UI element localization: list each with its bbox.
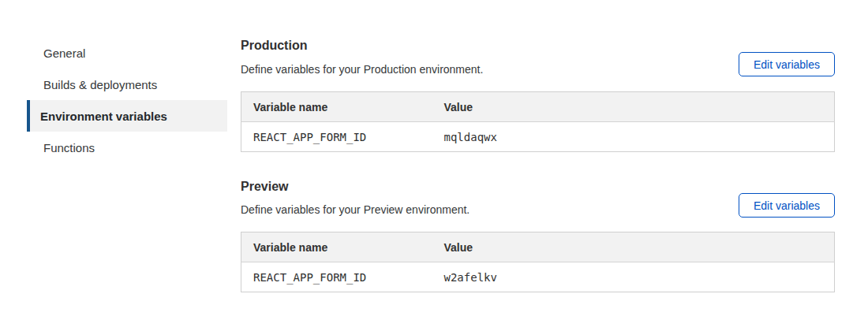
table-header-row: Variable name Value: [241, 92, 835, 122]
column-header-value: Value: [432, 92, 835, 122]
preview-variables-table: Variable name Value REACT_APP_FORM_ID w2…: [241, 232, 835, 292]
variable-name-cell: REACT_APP_FORM_ID: [241, 122, 432, 152]
column-header-value: Value: [432, 232, 835, 262]
variable-name-cell: REACT_APP_FORM_ID: [241, 262, 432, 292]
production-variables-table: Variable name Value REACT_APP_FORM_ID mq…: [241, 91, 835, 152]
column-header-variable-name: Variable name: [241, 92, 432, 122]
sidebar-item-functions[interactable]: Functions: [27, 132, 227, 163]
production-section-description: Define variables for your Production env…: [241, 63, 483, 76]
production-section-title: Production: [241, 39, 307, 53]
variable-value-cell: mqldaqwx: [432, 122, 835, 152]
settings-sidebar: General Builds & deployments Environment…: [27, 37, 227, 163]
sidebar-item-general[interactable]: General: [27, 37, 227, 69]
edit-variables-button-production[interactable]: Edit variables: [739, 52, 835, 76]
table-row: REACT_APP_FORM_ID mqldaqwx: [241, 122, 835, 152]
sidebar-item-builds-deployments[interactable]: Builds & deployments: [27, 69, 227, 100]
sidebar-item-environment-variables[interactable]: Environment variables: [27, 100, 227, 132]
table-header-row: Variable name Value: [241, 232, 835, 262]
edit-variables-button-preview[interactable]: Edit variables: [739, 193, 835, 218]
table-row: REACT_APP_FORM_ID w2afelkv: [241, 262, 835, 292]
variable-value-cell: w2afelkv: [432, 262, 835, 292]
preview-section-description: Define variables for your Preview enviro…: [241, 203, 470, 216]
preview-section-title: Preview: [241, 180, 288, 194]
column-header-variable-name: Variable name: [241, 232, 432, 262]
